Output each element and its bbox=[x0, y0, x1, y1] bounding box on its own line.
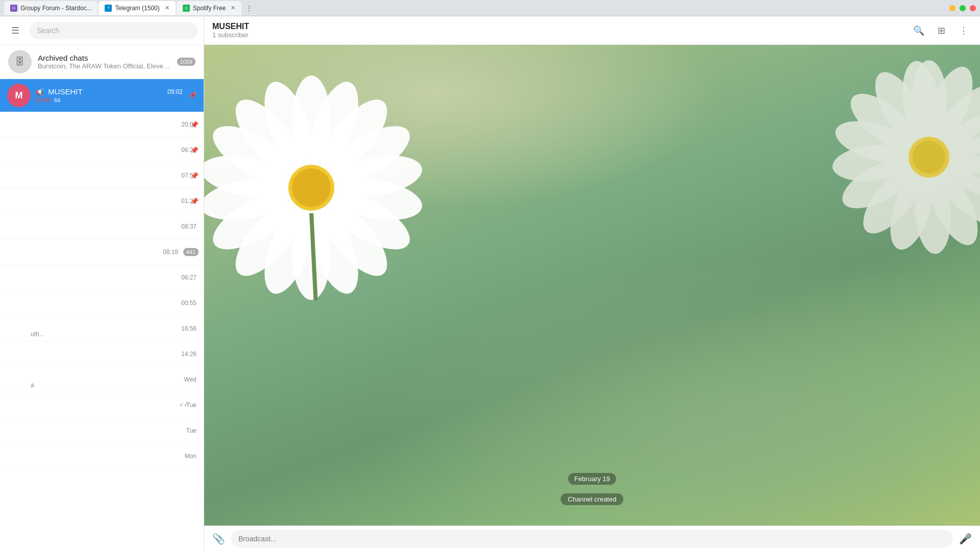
chat-header-subscribers: 1 subscriber bbox=[212, 31, 911, 39]
sidebar: ☰ 🗄 Archived chats Burstcoin, The ARAW T… bbox=[0, 16, 204, 551]
list-item[interactable]: 06:27 bbox=[0, 265, 204, 290]
chat-item-top: 📢 MUSEHIT 09:02 bbox=[36, 87, 183, 96]
tab-groupy[interactable]: G Groupy Forum - Stardoc... bbox=[4, 1, 97, 15]
list-item[interactable]: 20:05 📌 bbox=[0, 112, 204, 137]
telegram-favicon: T bbox=[105, 5, 112, 12]
sidebar-header: ☰ bbox=[0, 16, 204, 45]
list-item[interactable]: 01:21 📌 bbox=[0, 188, 204, 214]
list-item[interactable]: Wed a bbox=[0, 367, 204, 392]
archived-avatar: 🗄 bbox=[8, 50, 32, 73]
channel-icon: 📢 bbox=[36, 88, 44, 96]
tab-bar: G Groupy Forum - Stardoc... T Telegram (… bbox=[4, 0, 949, 16]
message-input[interactable] bbox=[238, 535, 946, 543]
preview-truncated: uth... bbox=[31, 331, 44, 338]
archived-title: Archived chats bbox=[38, 54, 171, 62]
maximize-button[interactable] bbox=[960, 5, 966, 11]
hamburger-button[interactable]: ☰ bbox=[6, 21, 24, 40]
list-item[interactable]: 14:26 bbox=[0, 341, 204, 367]
list-item[interactable]: 441 08:18 bbox=[0, 239, 204, 265]
svg-point-39 bbox=[913, 141, 945, 173]
list-item[interactable]: Tue ✓✓ bbox=[0, 392, 204, 418]
tab-groupy-label: Groupy Forum - Stardoc... bbox=[20, 5, 91, 12]
svg-point-19 bbox=[292, 168, 331, 207]
chat-name-musehit: 📢 MUSEHIT bbox=[36, 87, 83, 96]
chat-background: February 19 Channel created bbox=[204, 45, 980, 525]
time-label: 16:56 bbox=[181, 325, 197, 332]
pin-indicator: 📌 bbox=[190, 197, 199, 205]
time-label: Wed bbox=[184, 376, 197, 383]
tab-telegram-close[interactable]: ✕ bbox=[165, 5, 169, 11]
more-button[interactable]: ⋮ bbox=[955, 22, 972, 39]
time-label: 00:55 bbox=[181, 299, 197, 307]
search-input[interactable] bbox=[37, 27, 190, 35]
time-label: 08:37 bbox=[181, 223, 197, 230]
chat-main: MUSEHIT 1 subscriber 🔍 ⊞ ⋮ bbox=[204, 16, 980, 551]
list-item[interactable]: 08:37 bbox=[0, 214, 204, 239]
time-label: Tue bbox=[186, 427, 197, 434]
tab-spotify-label: Spotify Free bbox=[193, 5, 226, 12]
minimize-button[interactable] bbox=[949, 5, 955, 11]
date-badge: February 19 bbox=[568, 473, 616, 485]
message-input-wrap[interactable] bbox=[231, 530, 953, 548]
chat-bg-image: February 19 Channel created bbox=[204, 45, 980, 525]
chat-list[interactable]: M 📢 MUSEHIT 09:02 Draft: ss � bbox=[0, 79, 204, 551]
chat-preview-musehit: Draft: ss bbox=[36, 96, 183, 104]
mic-button[interactable]: 🎤 bbox=[959, 533, 972, 545]
search-bar[interactable] bbox=[30, 22, 198, 39]
chat-header: MUSEHIT 1 subscriber 🔍 ⊞ ⋮ bbox=[204, 16, 980, 45]
pin-indicator: 📌 bbox=[190, 172, 199, 180]
app-container: ☰ 🗄 Archived chats Burstcoin, The ARAW T… bbox=[0, 16, 980, 551]
check-icon: ✓✓ bbox=[179, 402, 188, 408]
time-label: 06:27 bbox=[181, 274, 197, 281]
chat-header-name: MUSEHIT bbox=[212, 22, 911, 31]
tab-spotify-close[interactable]: ✕ bbox=[231, 5, 235, 11]
chat-header-actions: 🔍 ⊞ ⋮ bbox=[911, 22, 972, 39]
tab-spotify[interactable]: S Spotify Free ✕ bbox=[177, 1, 242, 15]
search-header-button[interactable]: 🔍 bbox=[911, 22, 927, 39]
new-tab-button[interactable]: ⋮ bbox=[242, 4, 256, 12]
window-controls bbox=[949, 5, 976, 11]
pin-indicator: 📌 bbox=[190, 121, 199, 129]
hamburger-icon: ☰ bbox=[11, 25, 19, 36]
close-button[interactable] bbox=[970, 5, 976, 11]
browser-chrome: G Groupy Forum - Stardoc... T Telegram (… bbox=[0, 0, 980, 16]
time-label: 08:18 bbox=[163, 248, 178, 256]
more-icon: ⋮ bbox=[959, 25, 968, 36]
daisy-right bbox=[664, 45, 980, 280]
daisy-left bbox=[204, 45, 470, 300]
list-item[interactable]: 06:26 📌 bbox=[0, 137, 204, 163]
time-label: 14:26 bbox=[181, 350, 197, 358]
time-label: Mon bbox=[185, 453, 197, 460]
musehit-avatar-letter: M bbox=[15, 90, 23, 101]
chat-header-info: MUSEHIT 1 subscriber bbox=[212, 22, 911, 39]
chat-item-musehit[interactable]: M 📢 MUSEHIT 09:02 Draft: ss � bbox=[0, 79, 204, 112]
archived-info: Archived chats Burstcoin, The ARAW Token… bbox=[38, 54, 171, 70]
list-item[interactable]: Tue bbox=[0, 418, 204, 443]
pin-icon: 📌 bbox=[188, 91, 197, 99]
attach-button[interactable]: 📎 bbox=[212, 533, 225, 545]
list-item[interactable]: Mon bbox=[0, 443, 204, 469]
archived-chats-item[interactable]: 🗄 Archived chats Burstcoin, The ARAW Tok… bbox=[0, 45, 204, 79]
groupy-favicon: G bbox=[10, 5, 17, 12]
chat-time-musehit: 09:02 bbox=[167, 88, 183, 95]
archive-icon: 🗄 bbox=[15, 57, 24, 67]
columns-icon: ⊞ bbox=[938, 25, 945, 36]
columns-button[interactable]: ⊞ bbox=[933, 22, 949, 39]
chat-avatar-musehit: M bbox=[7, 84, 31, 107]
pin-indicator: 📌 bbox=[190, 146, 199, 154]
chat-item-content-musehit: 📢 MUSEHIT 09:02 Draft: ss bbox=[36, 87, 183, 104]
list-item[interactable]: 16:56 uth... bbox=[0, 316, 204, 341]
archived-subtitle: Burstcoin, The ARAW Token Official, Elev… bbox=[38, 62, 170, 70]
preview-truncated: a bbox=[31, 382, 34, 389]
tab-telegram[interactable]: T Telegram (1500) ✕ bbox=[99, 1, 175, 15]
tab-telegram-label: Telegram (1500) bbox=[115, 5, 159, 12]
draft-label: Draft: bbox=[36, 96, 54, 104]
unread-badge: 441 bbox=[183, 248, 199, 256]
list-item[interactable]: 07:52 📌 bbox=[0, 163, 204, 188]
archived-badge: 1059 bbox=[177, 58, 195, 66]
search-header-icon: 🔍 bbox=[913, 25, 924, 36]
chat-bottom-bar: 📎 🎤 bbox=[204, 525, 980, 551]
list-item[interactable]: 00:55 bbox=[0, 290, 204, 316]
channel-created-badge: Channel created bbox=[560, 493, 623, 505]
spotify-favicon: S bbox=[183, 5, 190, 12]
